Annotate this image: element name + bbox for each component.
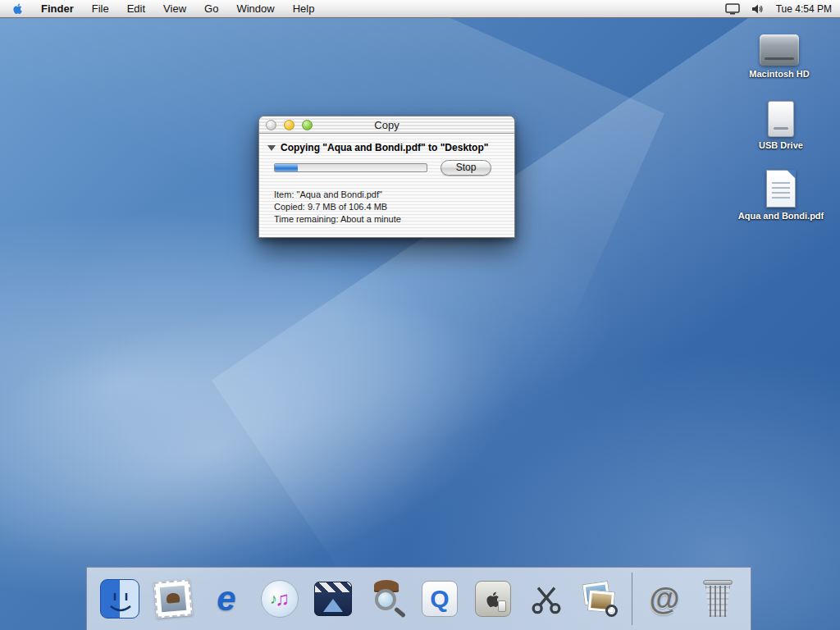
menu-go[interactable]: Go — [195, 0, 227, 17]
volume-menu-extra-icon[interactable] — [751, 3, 765, 15]
copy-progress-bar — [274, 163, 427, 172]
loupe-icon — [605, 605, 618, 617]
desktop-icon-label: Aqua and Bondi.pdf — [736, 211, 826, 221]
desktop-icon-aqua-and-bondi-pdf[interactable]: Aqua and Bondi.pdf — [736, 168, 826, 221]
zoom-button[interactable] — [302, 120, 313, 130]
quicktime-q-glyph: Q — [430, 587, 449, 611]
dock-internet-explorer-icon[interactable]: e — [205, 578, 248, 620]
menu-finder[interactable]: Finder — [32, 0, 83, 17]
dock-quicktime-icon[interactable]: Q — [418, 578, 461, 620]
display-menu-extra-icon[interactable] — [725, 3, 740, 15]
dock-finder-icon[interactable] — [98, 578, 141, 620]
dock-mail-at-spring-icon[interactable]: @ — [643, 578, 686, 620]
desktop-icon-macintosh-hd[interactable]: Macintosh HD — [734, 26, 824, 79]
window-titlebar[interactable]: Copy — [259, 116, 514, 134]
menu-bar-clock[interactable]: Tue 4:54 PM — [776, 3, 832, 15]
external-drive-icon — [768, 101, 794, 137]
close-button[interactable] — [266, 120, 276, 130]
minimize-button[interactable] — [284, 120, 294, 130]
ie-e-glyph: e — [217, 582, 235, 616]
dock-grab-scissors-icon[interactable] — [525, 578, 568, 620]
apple-menu[interactable] — [0, 0, 32, 17]
menu-help[interactable]: Help — [284, 0, 324, 17]
dock-system-preferences-icon[interactable] — [472, 578, 514, 620]
disclosure-triangle-icon[interactable] — [267, 145, 276, 151]
dock-preview-icon[interactable] — [578, 578, 621, 620]
hard-drive-icon — [760, 34, 799, 66]
dock-itunes-icon[interactable]: ♪ ♫ — [258, 578, 301, 620]
music-note-icon: ♫ — [275, 587, 290, 610]
dock-sherlock-icon[interactable] — [365, 578, 408, 620]
apple-logo-icon — [11, 2, 24, 16]
copy-status-header: Copying "Aqua and Bondi.pdf" to "Desktop… — [281, 142, 488, 153]
dock-separator — [632, 573, 632, 625]
copy-time-remaining-line: Time remaining: About a minute — [274, 213, 514, 226]
dock-trash-icon[interactable] — [696, 578, 739, 620]
stop-button[interactable]: Stop — [441, 160, 491, 176]
menu-window[interactable]: Window — [227, 0, 283, 17]
dock: e ♪ ♫ Q — [86, 567, 751, 630]
menu-view[interactable]: View — [154, 0, 195, 17]
desktop-icon-label: USB Drive — [736, 140, 826, 150]
pdf-document-icon — [766, 170, 796, 208]
copy-item-line: Item: "Aqua and Bondi.pdf" — [274, 189, 514, 201]
menu-bar: Finder File Edit View Go Window Help Tue… — [0, 0, 840, 18]
desktop-icon-label: Macintosh HD — [734, 69, 824, 79]
progress-fill — [275, 164, 298, 171]
dock-imovie-icon[interactable] — [312, 578, 354, 620]
at-glyph: @ — [649, 583, 679, 614]
dock-mail-stamp-icon[interactable] — [152, 578, 194, 620]
copy-copied-line: Copied: 9.7 MB of 106.4 MB — [274, 201, 514, 213]
desktop-icon-usb-drive[interactable]: USB Drive — [736, 98, 826, 150]
desktop-wallpaper[interactable] — [0, 18, 840, 630]
copy-progress-window: Copy Copying "Aqua and Bondi.pdf" to "De… — [258, 116, 515, 238]
menu-edit[interactable]: Edit — [118, 0, 154, 17]
menu-file[interactable]: File — [83, 0, 118, 17]
